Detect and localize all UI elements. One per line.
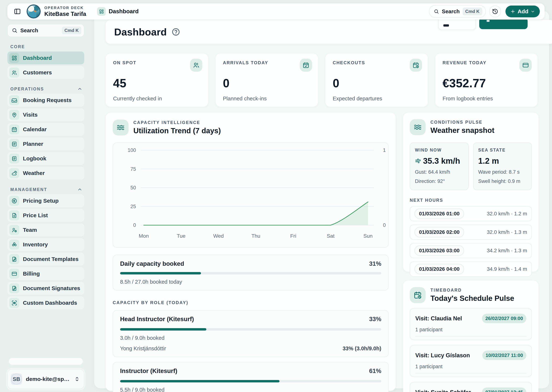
role-percent: 61% <box>369 367 381 374</box>
stat-card-arrivals-today: ARRIVALS TODAY0Planned check-ins <box>215 54 318 107</box>
sidebar-item-weather[interactable]: Weather <box>7 167 84 180</box>
sidebar-item-customers[interactable]: Customers <box>7 66 84 79</box>
utilization-chart: 025507510010MonTueWedThuFriSatSun <box>113 142 389 248</box>
timeboard-title: Today's Schedule Pulse <box>430 294 514 302</box>
visit-time-badge: 26/02/2027 09:00 <box>482 314 526 323</box>
svg-text:Sun: Sun <box>363 233 373 239</box>
timeboard-card: TIMEBOARD Today's Schedule Pulse Visit: … <box>403 280 538 392</box>
brand-logo <box>27 4 41 18</box>
sidebar-toggle-button[interactable] <box>12 6 22 17</box>
role-name: Instructor (Kitesurf) <box>120 367 177 374</box>
users-icon <box>9 68 19 77</box>
wind-direction: Direction: 92° <box>415 178 464 185</box>
progress-fill <box>120 328 206 330</box>
wave-period: Wave period: 8.7 s <box>478 168 527 175</box>
sidebar-item-label: Weather <box>23 170 45 176</box>
stat-card-checkouts: CHECKOUTS0Expected departures <box>325 54 428 107</box>
sidebar-item-booking-requests[interactable]: Booking Requests <box>7 94 84 107</box>
sidebar-search[interactable]: Search Cmd K <box>7 24 84 37</box>
inbox-icon <box>9 95 19 105</box>
calendar-clock-icon <box>410 287 426 303</box>
sidebar-item-logbook[interactable]: Logbook <box>7 152 84 165</box>
visit-card[interactable]: Visit: Sunita Schäfer07/01/2027 12:45 <box>410 382 532 392</box>
global-search-label: Search <box>442 8 460 14</box>
sidebar-item-document-templates[interactable]: Document Templates <box>7 253 84 266</box>
search-icon <box>12 28 17 33</box>
person-name: Yong Kristjánsdóttir <box>120 345 166 352</box>
sidebar: Search Cmd K COREDashboardCustomersOPERA… <box>7 24 84 389</box>
role-percent: 33% <box>369 315 381 323</box>
badge-euro-icon <box>9 196 19 206</box>
layout-dashboard-icon <box>97 7 106 16</box>
sidebar-section-label: OPERATIONS <box>10 87 44 91</box>
add-button[interactable]: Add <box>505 6 540 17</box>
notebook-text-icon <box>9 139 19 149</box>
file-pen-icon <box>9 283 19 293</box>
sidebar-item-inventory[interactable]: Inventory <box>7 238 84 251</box>
sidebar-item-visits[interactable]: Visits <box>7 108 84 121</box>
global-search-button[interactable]: Search Cmd K <box>429 5 486 18</box>
svg-text:25: 25 <box>130 204 136 209</box>
daily-capacity-label: Daily capacity booked <box>120 260 184 267</box>
sidebar-section-label: CORE <box>10 44 25 49</box>
page-title: Dashboard <box>114 26 167 38</box>
sidebar-item-document-signatures[interactable]: Document Signatures <box>7 282 84 295</box>
visit-card[interactable]: Visit: Claudia Nel26/02/2027 09:001 part… <box>410 308 532 340</box>
sidebar-item-billing[interactable]: Billing <box>7 267 84 280</box>
forecast-value: 32.0 km/h · 1.3 m <box>487 229 527 235</box>
sidebar-item-calendar[interactable]: Calendar <box>7 123 84 136</box>
forecast-row: 01/03/2026 02:0032.0 km/h · 1.3 m <box>410 225 532 240</box>
sidebar-item-custom-dashboards[interactable]: Custom Dashboards <box>7 296 84 309</box>
sea-state-value: 1.2 m <box>478 156 499 166</box>
chevron-up-icon[interactable] <box>77 86 82 91</box>
svg-text:0: 0 <box>133 222 136 228</box>
wind-gust: Gust: 64.4 km/h <box>415 168 464 175</box>
breadcrumb-dashboard[interactable]: Dashboard <box>95 6 141 17</box>
sidebar-item-label: Custom Dashboards <box>23 300 77 306</box>
wind-now-card: WIND NOW 35.3 km/h Gust: 64.4 km/h Direc… <box>410 142 469 190</box>
help-button[interactable] <box>172 28 180 36</box>
waves-icon <box>410 119 426 135</box>
svg-text:100: 100 <box>128 147 136 153</box>
history-button[interactable] <box>489 6 501 17</box>
sidebar-item-label: Logbook <box>23 155 46 162</box>
stat-label: ON SPOT <box>113 60 201 65</box>
stat-value: €352.77 <box>443 77 530 90</box>
file-text-icon <box>9 210 19 220</box>
chevron-up-icon[interactable] <box>77 187 82 192</box>
brand-name: KiteBase Tarifa <box>44 11 86 17</box>
topbar: OPERATOR DECK KiteBase Tarifa Dashboard … <box>7 3 545 20</box>
global-search-shortcut: Cmd K <box>463 7 482 15</box>
next-hours-label: NEXT HOURS <box>410 198 532 203</box>
account-switcher[interactable]: SB demo-kite@spotbase.i <box>7 369 84 389</box>
forecast-value: 34.2 km/h · 1.3 m <box>487 248 527 254</box>
daily-capacity-detail: 8.5h / 27.0h booked today <box>120 279 381 285</box>
svg-text:Mon: Mon <box>139 233 149 239</box>
forecast-time: 01/03/2026 04:00 <box>415 264 464 274</box>
layout-dashboard-icon <box>9 53 19 63</box>
capacity-intelligence-card: CAPACITY INTELLIGENCE Utilization Trend … <box>106 112 396 391</box>
sidebar-item-pricing-setup[interactable]: Pricing Setup <box>7 194 84 207</box>
progress-track <box>120 380 381 382</box>
sun-cloud-icon <box>9 168 19 178</box>
credit-card-icon <box>9 269 19 279</box>
sidebar-item-label: Calendar <box>23 126 47 133</box>
sidebar-item-dashboard[interactable]: Dashboard <box>7 51 84 64</box>
stat-caption: From logbook entries <box>443 96 530 102</box>
sea-state-card: SEA STATE 1.2 m Wave period: 8.7 s Swell… <box>473 142 532 190</box>
sidebar-search-label: Search <box>20 28 38 34</box>
help-circle-icon <box>172 28 180 36</box>
svg-text:Thu: Thu <box>251 233 260 239</box>
sidebar-item-planner[interactable]: Planner <box>7 138 84 150</box>
brand-button[interactable]: OPERATOR DECK KiteBase Tarifa <box>24 3 89 20</box>
progress-fill <box>120 380 280 382</box>
visit-card[interactable]: Visit: Lucy Gíslason10/02/2027 11:001 pa… <box>410 345 532 377</box>
brand-eyebrow: OPERATOR DECK <box>44 6 86 10</box>
boxes-icon <box>9 239 19 250</box>
sidebar-footer-bar <box>8 358 83 365</box>
sidebar-item-price-list[interactable]: Price List <box>7 209 84 222</box>
sidebar-item-team[interactable]: Team <box>7 224 84 236</box>
users-icon <box>190 59 202 72</box>
notebook-icon <box>9 154 19 163</box>
role-capacity-card-head-instructor-kitesurf: Head Instructor (Kitesurf)33%3.0h / 9.0h… <box>113 310 389 357</box>
